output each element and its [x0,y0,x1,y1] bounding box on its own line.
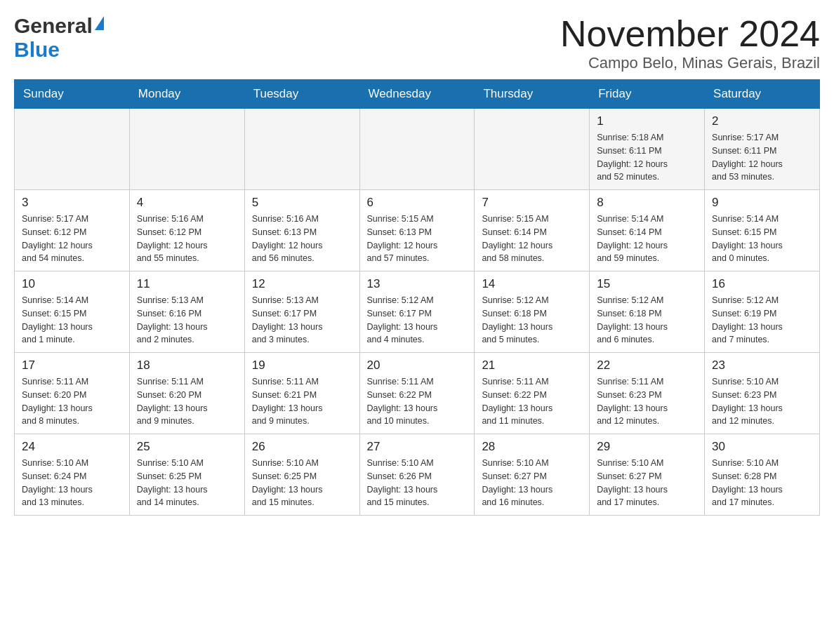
calendar-cell: 3Sunrise: 5:17 AM Sunset: 6:12 PM Daylig… [15,190,130,271]
day-info: Sunrise: 5:10 AM Sunset: 6:27 PM Dayligh… [597,457,697,509]
day-number: 29 [597,440,697,454]
day-info: Sunrise: 5:12 AM Sunset: 6:18 PM Dayligh… [597,294,697,347]
day-info: Sunrise: 5:10 AM Sunset: 6:23 PM Dayligh… [712,375,812,428]
calendar-cell: 20Sunrise: 5:11 AM Sunset: 6:22 PM Dayli… [359,353,475,434]
day-number: 10 [22,277,122,291]
day-number: 14 [482,277,582,291]
calendar-cell: 13Sunrise: 5:12 AM Sunset: 6:17 PM Dayli… [359,271,475,353]
day-info: Sunrise: 5:10 AM Sunset: 6:27 PM Dayligh… [482,457,582,509]
weekday-header-thursday: Thursday [475,80,590,109]
calendar-cell [129,109,244,190]
calendar-cell: 10Sunrise: 5:14 AM Sunset: 6:15 PM Dayli… [15,271,130,353]
weekday-header-friday: Friday [590,80,705,109]
day-info: Sunrise: 5:14 AM Sunset: 6:15 PM Dayligh… [712,213,812,265]
logo-general-text: General [14,14,93,38]
calendar-cell: 18Sunrise: 5:11 AM Sunset: 6:20 PM Dayli… [129,353,244,434]
day-number: 12 [252,277,352,291]
day-number: 18 [137,358,237,373]
calendar-week-row: 24Sunrise: 5:10 AM Sunset: 6:24 PM Dayli… [15,434,820,516]
calendar-cell: 12Sunrise: 5:13 AM Sunset: 6:17 PM Dayli… [244,271,359,353]
day-number: 21 [482,358,582,373]
calendar-cell: 19Sunrise: 5:11 AM Sunset: 6:21 PM Dayli… [244,353,359,434]
weekday-header-row: SundayMondayTuesdayWednesdayThursdayFrid… [15,80,820,109]
day-info: Sunrise: 5:11 AM Sunset: 6:22 PM Dayligh… [367,375,468,428]
day-info: Sunrise: 5:14 AM Sunset: 6:14 PM Dayligh… [597,213,697,265]
title-section: November 2024 Campo Belo, Minas Gerais, … [560,14,820,72]
day-info: Sunrise: 5:11 AM Sunset: 6:23 PM Dayligh… [597,375,697,428]
day-number: 23 [712,358,812,373]
day-info: Sunrise: 5:12 AM Sunset: 6:19 PM Dayligh… [712,294,812,347]
calendar-cell: 2Sunrise: 5:17 AM Sunset: 6:11 PM Daylig… [705,109,820,190]
day-number: 16 [712,277,812,291]
calendar-cell: 8Sunrise: 5:14 AM Sunset: 6:14 PM Daylig… [590,190,705,271]
calendar-cell: 25Sunrise: 5:10 AM Sunset: 6:25 PM Dayli… [129,434,244,516]
day-number: 26 [252,440,352,454]
day-number: 27 [367,440,468,454]
day-info: Sunrise: 5:12 AM Sunset: 6:17 PM Dayligh… [367,294,468,347]
logo-blue-text: Blue [14,38,60,61]
calendar-cell [15,109,130,190]
logo-triangle-icon [95,16,104,30]
day-number: 28 [482,440,582,454]
calendar-cell: 22Sunrise: 5:11 AM Sunset: 6:23 PM Dayli… [590,353,705,434]
day-number: 13 [367,277,468,291]
day-info: Sunrise: 5:17 AM Sunset: 6:12 PM Dayligh… [22,213,122,265]
calendar-cell: 6Sunrise: 5:15 AM Sunset: 6:13 PM Daylig… [359,190,475,271]
logo: General Blue [14,14,104,62]
day-info: Sunrise: 5:11 AM Sunset: 6:22 PM Dayligh… [482,375,582,428]
calendar-table: SundayMondayTuesdayWednesdayThursdayFrid… [14,79,820,516]
day-info: Sunrise: 5:16 AM Sunset: 6:12 PM Dayligh… [137,213,237,265]
calendar-cell: 23Sunrise: 5:10 AM Sunset: 6:23 PM Dayli… [705,353,820,434]
calendar-cell: 14Sunrise: 5:12 AM Sunset: 6:18 PM Dayli… [475,271,590,353]
day-number: 11 [137,277,237,291]
day-number: 8 [597,196,697,210]
day-number: 4 [137,196,237,210]
day-number: 3 [22,196,122,210]
calendar-subtitle: Campo Belo, Minas Gerais, Brazil [560,54,820,72]
day-number: 15 [597,277,697,291]
day-info: Sunrise: 5:10 AM Sunset: 6:28 PM Dayligh… [712,457,812,509]
day-number: 25 [137,440,237,454]
calendar-cell [244,109,359,190]
calendar-week-row: 10Sunrise: 5:14 AM Sunset: 6:15 PM Dayli… [15,271,820,353]
day-number: 30 [712,440,812,454]
day-number: 1 [597,114,697,128]
day-number: 5 [252,196,352,210]
calendar-cell: 4Sunrise: 5:16 AM Sunset: 6:12 PM Daylig… [129,190,244,271]
calendar-cell: 11Sunrise: 5:13 AM Sunset: 6:16 PM Dayli… [129,271,244,353]
calendar-week-row: 17Sunrise: 5:11 AM Sunset: 6:20 PM Dayli… [15,353,820,434]
day-info: Sunrise: 5:17 AM Sunset: 6:11 PM Dayligh… [712,131,812,184]
weekday-header-saturday: Saturday [705,80,820,109]
calendar-cell: 24Sunrise: 5:10 AM Sunset: 6:24 PM Dayli… [15,434,130,516]
day-number: 20 [367,358,468,373]
day-info: Sunrise: 5:12 AM Sunset: 6:18 PM Dayligh… [482,294,582,347]
calendar-week-row: 1Sunrise: 5:18 AM Sunset: 6:11 PM Daylig… [15,109,820,190]
day-info: Sunrise: 5:18 AM Sunset: 6:11 PM Dayligh… [597,131,697,184]
day-info: Sunrise: 5:14 AM Sunset: 6:15 PM Dayligh… [22,294,122,347]
calendar-cell: 15Sunrise: 5:12 AM Sunset: 6:18 PM Dayli… [590,271,705,353]
calendar-cell: 30Sunrise: 5:10 AM Sunset: 6:28 PM Dayli… [705,434,820,516]
day-info: Sunrise: 5:10 AM Sunset: 6:25 PM Dayligh… [137,457,237,509]
calendar-cell [359,109,475,190]
day-number: 2 [712,114,812,128]
calendar-cell: 9Sunrise: 5:14 AM Sunset: 6:15 PM Daylig… [705,190,820,271]
day-number: 9 [712,196,812,210]
calendar-cell: 17Sunrise: 5:11 AM Sunset: 6:20 PM Dayli… [15,353,130,434]
day-number: 22 [597,358,697,373]
day-number: 19 [252,358,352,373]
day-info: Sunrise: 5:13 AM Sunset: 6:16 PM Dayligh… [137,294,237,347]
calendar-week-row: 3Sunrise: 5:17 AM Sunset: 6:12 PM Daylig… [15,190,820,271]
calendar-cell: 29Sunrise: 5:10 AM Sunset: 6:27 PM Dayli… [590,434,705,516]
calendar-cell: 28Sunrise: 5:10 AM Sunset: 6:27 PM Dayli… [475,434,590,516]
day-number: 6 [367,196,468,210]
calendar-cell [475,109,590,190]
day-info: Sunrise: 5:15 AM Sunset: 6:13 PM Dayligh… [367,213,468,265]
day-info: Sunrise: 5:11 AM Sunset: 6:20 PM Dayligh… [137,375,237,428]
day-info: Sunrise: 5:15 AM Sunset: 6:14 PM Dayligh… [482,213,582,265]
calendar-cell: 27Sunrise: 5:10 AM Sunset: 6:26 PM Dayli… [359,434,475,516]
page-header: General Blue November 2024 Campo Belo, M… [14,14,820,72]
calendar-cell: 16Sunrise: 5:12 AM Sunset: 6:19 PM Dayli… [705,271,820,353]
calendar-cell: 1Sunrise: 5:18 AM Sunset: 6:11 PM Daylig… [590,109,705,190]
weekday-header-sunday: Sunday [15,80,130,109]
day-info: Sunrise: 5:11 AM Sunset: 6:20 PM Dayligh… [22,375,122,428]
